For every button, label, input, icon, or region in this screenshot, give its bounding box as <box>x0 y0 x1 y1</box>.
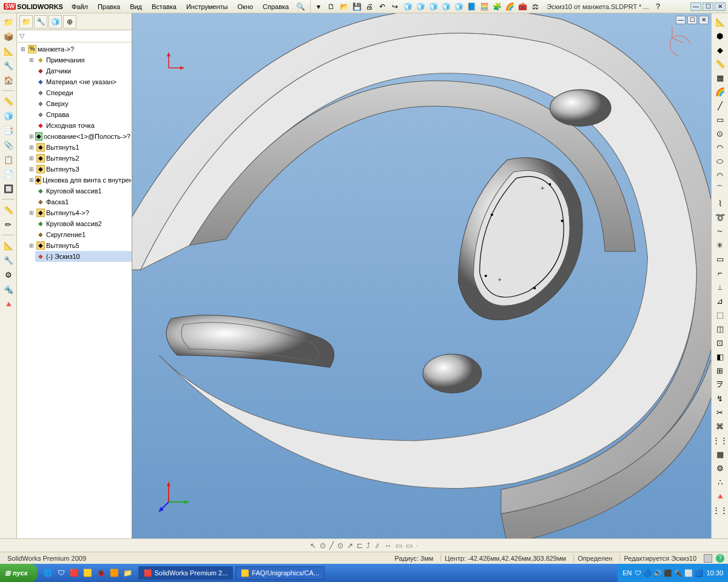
tray-icon-1[interactable]: 🔵 <box>643 569 652 577</box>
tray-icon-3[interactable]: ⬛ <box>664 569 672 577</box>
right-tool-30[interactable]: ⋮⋮ <box>714 434 726 446</box>
right-tool-17[interactable]: ▭ <box>714 253 726 265</box>
toolbar-btn-14[interactable]: 🧩 <box>491 1 502 12</box>
toolbar-btn-5[interactable]: ↶ <box>377 1 388 12</box>
right-tool-25[interactable]: ⊞ <box>714 364 726 376</box>
right-tool-26[interactable]: ヲ <box>714 378 726 390</box>
menu-window[interactable]: Окно <box>233 2 258 12</box>
sketch-tool-1[interactable]: ⊙ <box>320 541 326 550</box>
tree-item-1[interactable]: ◆Датчики <box>35 65 132 76</box>
right-tool-20[interactable]: ⊿ <box>714 295 726 307</box>
left-tool-1-5[interactable]: 📄 <box>2 168 15 180</box>
tree-item-11[interactable]: ◆Цековка для винта с внутрен <box>35 175 132 186</box>
tray-icon-2[interactable]: 🔊 <box>653 569 662 577</box>
toolbar-btn-7[interactable]: 🧊 <box>402 1 413 12</box>
tree-item-3[interactable]: ◆Спереди <box>35 87 132 98</box>
tree-item-9[interactable]: ◆Вытянуть2 <box>35 153 132 164</box>
toolbar-btn-1[interactable]: 🗋 <box>326 1 337 12</box>
minimize-button[interactable]: — <box>690 2 701 11</box>
tray-icon-4[interactable]: 🔌 <box>674 569 682 577</box>
left-tool-3-3[interactable]: 🔩 <box>2 283 15 295</box>
sketch-tool-3[interactable]: ⊙ <box>337 541 343 550</box>
left-tool-2-0[interactable]: 📏 <box>2 204 15 216</box>
right-tool-6[interactable]: ╱ <box>714 99 726 112</box>
right-tool-8[interactable]: ⊙ <box>714 127 726 139</box>
sketch-tool-6[interactable]: ⤴ <box>366 541 370 550</box>
menu-help[interactable]: Справка <box>258 2 294 12</box>
sketch-tool-9[interactable]: ▭ <box>396 541 402 550</box>
left-tool-0-3[interactable]: 🔧 <box>2 59 15 72</box>
quicklaunch-3[interactable]: 🟨 <box>83 567 93 578</box>
sketch-tool-0[interactable]: ↖ <box>310 541 316 550</box>
tree-item-2[interactable]: ◆Материал <не указан> <box>35 76 132 87</box>
sketch-tool-2[interactable]: ╱ <box>329 541 334 550</box>
left-tool-3-4[interactable]: 🔺 <box>2 298 15 310</box>
right-tool-22[interactable]: ◫ <box>714 323 726 335</box>
right-tool-18[interactable]: ⌐ <box>714 267 726 279</box>
right-tool-19[interactable]: ⟂ <box>714 281 726 293</box>
right-tool-11[interactable]: ◠ <box>714 169 726 181</box>
right-tool-3[interactable]: 📏 <box>714 58 726 70</box>
toolbar-btn-0[interactable]: ▾ <box>313 1 324 12</box>
tree-item-0[interactable]: ◆Примечания <box>35 55 132 65</box>
tree-item-5[interactable]: ◆Справа <box>35 109 132 120</box>
toolbar-btn-4[interactable]: 🖨 <box>364 1 375 12</box>
left-tool-0-0[interactable]: 📁 <box>2 16 15 28</box>
left-tool-3-1[interactable]: 🔧 <box>2 254 15 266</box>
sketch-tool-8[interactable]: ↔ <box>385 541 392 550</box>
toolbar-btn-3[interactable]: 💾 <box>351 1 362 12</box>
toolbar-btn-15[interactable]: 🌈 <box>504 1 515 12</box>
left-tool-0-4[interactable]: 🏠 <box>2 74 15 86</box>
toolbar-btn-9[interactable]: 🧊 <box>428 1 439 12</box>
left-tool-1-4[interactable]: 📋 <box>2 153 15 166</box>
menu-view[interactable]: Вид <box>125 2 147 12</box>
tree-root[interactable]: % манжета->? <box>27 44 132 55</box>
left-tool-1-3[interactable]: 📎 <box>2 139 15 151</box>
quicklaunch-6[interactable]: 📁 <box>123 567 133 578</box>
feature-tree[interactable]: % манжета->? ◆Примечания◆Датчики◆Материа… <box>17 42 132 538</box>
taskbar-task-1[interactable]: 🟨FAQ/Unigraphics/CA... <box>235 566 325 580</box>
right-tool-33[interactable]: ∴ <box>714 476 726 488</box>
taskbar-task-0[interactable]: 🟥SolidWorks Premium 2... <box>138 566 234 580</box>
menu-insert[interactable]: Вставка <box>147 2 181 12</box>
tree-filter[interactable]: ▽ <box>17 30 132 42</box>
right-tool-1[interactable]: ⬢ <box>714 30 726 42</box>
quicklaunch-0[interactable]: 🌐 <box>42 567 53 578</box>
right-tool-9[interactable]: ◠ <box>714 141 726 153</box>
right-tool-35[interactable]: ⋮⋮ <box>714 504 726 516</box>
left-tool-1-0[interactable]: 📏 <box>2 95 15 107</box>
left-tool-0-2[interactable]: 📐 <box>2 45 15 57</box>
quicklaunch-1[interactable]: 🛡 <box>56 567 67 578</box>
left-tool-3-2[interactable]: ⚙ <box>2 269 15 281</box>
tree-item-4[interactable]: ◆Сверху <box>35 98 132 109</box>
toolbar-btn-6[interactable]: ↪ <box>389 1 400 12</box>
sketch-tool-5[interactable]: ⊏ <box>357 541 363 550</box>
quicklaunch-5[interactable]: 🟧 <box>109 567 120 578</box>
quicklaunch-2[interactable]: 🟥 <box>69 567 80 578</box>
right-tool-4[interactable]: ▦ <box>714 72 726 84</box>
sketch-tool-10[interactable]: ▭ <box>406 541 413 550</box>
right-tool-24[interactable]: ◧ <box>714 350 726 363</box>
menu-tools[interactable]: Инструменты <box>181 2 233 12</box>
tree-tab-dimexpert[interactable]: ⊕ <box>63 15 76 28</box>
tree-item-17[interactable]: ◆Вытянуть5 <box>35 240 132 251</box>
tree-item-14[interactable]: ◆Вытянуть4->? <box>35 207 132 218</box>
left-tool-3-0[interactable]: 📐 <box>2 239 15 252</box>
toolbar-btn-16[interactable]: 🧰 <box>517 1 528 12</box>
right-tool-15[interactable]: ～ <box>714 225 726 237</box>
left-tool-2-1[interactable]: ✏ <box>2 218 15 230</box>
right-tool-10[interactable]: ⬭ <box>714 155 726 167</box>
right-tool-27[interactable]: ↯ <box>714 392 726 404</box>
right-tool-0[interactable]: 📐 <box>714 16 726 28</box>
left-tool-1-6[interactable]: 🔲 <box>2 182 15 195</box>
tree-item-18[interactable]: ◆(-) Эскиз10 <box>35 251 132 262</box>
right-tool-16[interactable]: ✳ <box>714 239 726 251</box>
sketch-tool-7[interactable]: ⫽ <box>374 541 381 550</box>
sketch-tool-4[interactable]: ↗ <box>347 541 353 550</box>
quicklaunch-4[interactable]: 🐞 <box>96 567 107 578</box>
status-help-icon[interactable]: ? <box>716 554 724 563</box>
right-tool-12[interactable]: ⌒ <box>714 183 726 195</box>
search-icon[interactable]: 🔍 <box>295 1 306 12</box>
right-tool-13[interactable]: ⌇ <box>714 197 726 209</box>
right-tool-28[interactable]: ✂ <box>714 406 726 418</box>
